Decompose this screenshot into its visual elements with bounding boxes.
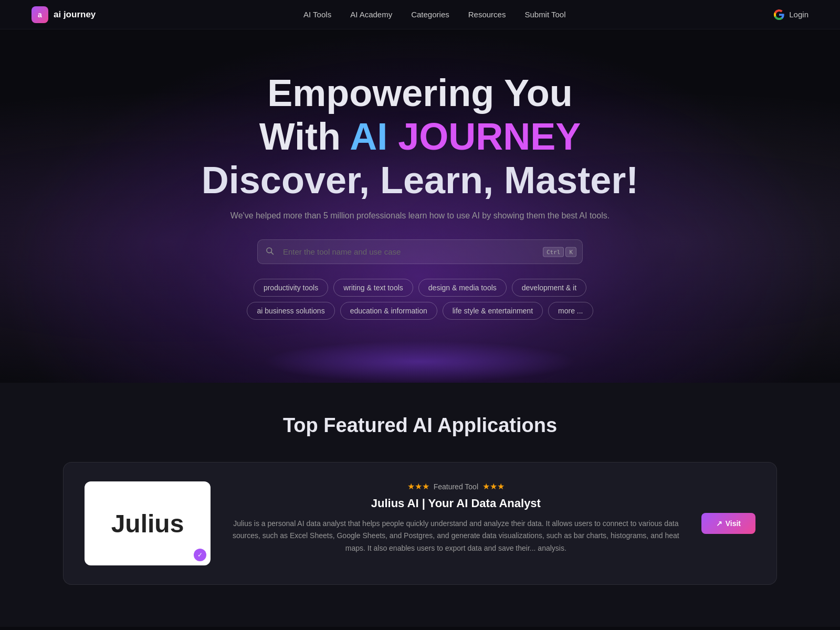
hero-headline: Empowering You With AI JOURNEY Discover,…	[10, 71, 830, 202]
filter-tag-productivity[interactable]: productivity tools	[254, 279, 328, 297]
nav-link-ai-tools[interactable]: AI Tools	[303, 10, 331, 19]
filter-tag-ai-business[interactable]: ai business solutions	[247, 302, 334, 320]
login-label: Login	[789, 10, 808, 19]
filter-tag-education[interactable]: education & information	[340, 302, 437, 320]
featured-badge: ★★★ Featured Tool ★★★	[232, 481, 680, 491]
nav-links: AI Tools AI Academy Categories Resources…	[303, 10, 566, 19]
card-content: ★★★ Featured Tool ★★★ Julius AI | Your A…	[232, 481, 680, 554]
filter-tags: productivity tools writing & text tools …	[231, 279, 609, 320]
filter-tag-lifestyle[interactable]: life style & entertainment	[443, 302, 543, 320]
card-image: Julius ✓	[85, 481, 211, 565]
search-container: Ctrl K	[257, 239, 583, 264]
featured-title: Top Featured AI Applications	[63, 414, 777, 437]
hero-subtitle: We've helped more than 5 million profess…	[10, 211, 830, 220]
search-icon	[266, 247, 274, 257]
nav-link-submit-tool[interactable]: Submit Tool	[524, 10, 565, 19]
navbar: a ai journey AI Tools AI Academy Categor…	[0, 0, 840, 29]
filter-tag-writing[interactable]: writing & text tools	[333, 279, 413, 297]
stars-right: ★★★	[482, 481, 505, 491]
visit-label: Visit	[726, 519, 741, 528]
card-logo-text: Julius	[111, 509, 184, 538]
visit-button[interactable]: ↗ Visit	[701, 513, 755, 534]
nav-link-resources[interactable]: Resources	[468, 10, 506, 19]
logo-text: ai journey	[54, 9, 96, 20]
card-description: Julius is a personal AI data analyst tha…	[232, 518, 680, 554]
featured-section: Top Featured AI Applications Julius ✓ ★★…	[0, 383, 840, 627]
search-shortcut: Ctrl K	[543, 247, 576, 257]
verified-badge: ✓	[194, 549, 206, 561]
svg-line-1	[271, 252, 273, 254]
login-button[interactable]: Login	[773, 9, 808, 20]
stars-left: ★★★	[407, 481, 429, 491]
search-input[interactable]	[257, 239, 583, 264]
logo[interactable]: a ai journey	[32, 6, 96, 23]
nav-link-categories[interactable]: Categories	[411, 10, 449, 19]
card-title: Julius AI | Your AI Data Analyst	[232, 497, 680, 510]
visit-icon: ↗	[716, 519, 722, 528]
filter-tag-more[interactable]: more ...	[548, 302, 593, 320]
google-icon	[773, 9, 785, 20]
hero-section: Empowering You With AI JOURNEY Discover,…	[0, 29, 840, 383]
logo-icon: a	[32, 6, 48, 23]
featured-label: Featured Tool	[434, 482, 478, 491]
filter-tag-design[interactable]: design & media tools	[418, 279, 507, 297]
shortcut-ctrl: Ctrl	[543, 247, 564, 257]
featured-card: Julius ✓ ★★★ Featured Tool ★★★ Julius AI…	[63, 462, 777, 585]
nav-link-ai-academy[interactable]: AI Academy	[350, 10, 392, 19]
shortcut-k: K	[565, 247, 576, 257]
filter-tag-development[interactable]: development & it	[512, 279, 586, 297]
